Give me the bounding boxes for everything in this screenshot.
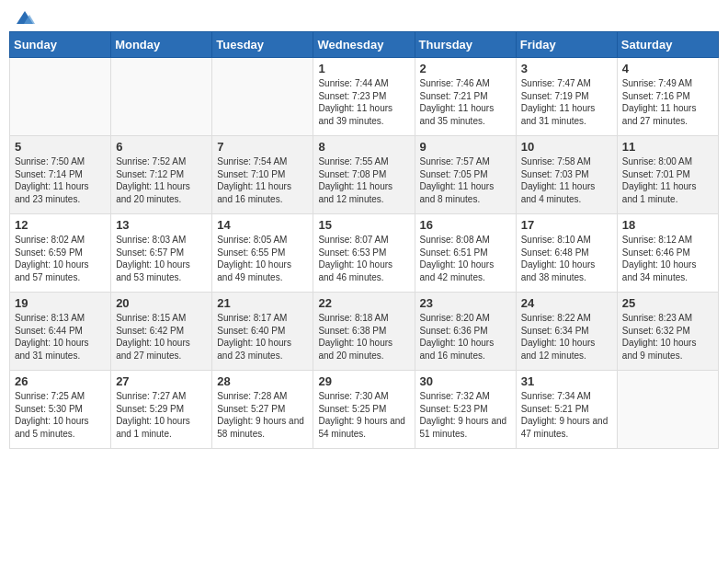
day-info: Sunrise: 8:23 AM Sunset: 6:32 PM Dayligh… (622, 312, 713, 362)
day-number: 24 (521, 296, 612, 310)
day-info: Sunrise: 7:32 AM Sunset: 5:23 PM Dayligh… (420, 390, 511, 440)
day-number: 4 (622, 62, 713, 75)
day-number: 19 (15, 296, 106, 310)
day-number: 8 (318, 140, 409, 154)
calendar-day-cell: 16Sunrise: 8:08 AM Sunset: 6:51 PM Dayli… (415, 214, 516, 293)
weekday-header: Saturday (617, 32, 718, 58)
calendar-day-cell: 18Sunrise: 8:12 AM Sunset: 6:46 PM Dayli… (617, 214, 718, 293)
calendar-week-row: 1Sunrise: 7:44 AM Sunset: 7:23 PM Daylig… (10, 58, 719, 136)
calendar-day-cell: 8Sunrise: 7:55 AM Sunset: 7:08 PM Daylig… (313, 136, 415, 214)
logo-icon (15, 7, 35, 28)
day-info: Sunrise: 8:05 AM Sunset: 6:55 PM Dayligh… (217, 234, 308, 283)
day-number: 27 (116, 374, 207, 388)
calendar-day-cell: 13Sunrise: 8:03 AM Sunset: 6:57 PM Dayli… (111, 214, 212, 293)
calendar-day-cell: 6Sunrise: 7:52 AM Sunset: 7:12 PM Daylig… (111, 136, 212, 214)
calendar-day-cell: 29Sunrise: 7:30 AM Sunset: 5:25 PM Dayli… (313, 371, 415, 449)
day-number: 9 (420, 140, 511, 154)
day-number: 30 (420, 374, 511, 388)
day-number: 13 (116, 218, 207, 232)
day-info: Sunrise: 8:03 AM Sunset: 6:57 PM Dayligh… (116, 234, 207, 283)
weekday-header: Friday (516, 32, 617, 58)
calendar-day-cell: 10Sunrise: 7:58 AM Sunset: 7:03 PM Dayli… (516, 136, 617, 214)
day-info: Sunrise: 8:08 AM Sunset: 6:51 PM Dayligh… (420, 234, 511, 283)
day-number: 14 (217, 218, 308, 232)
day-number: 26 (15, 374, 106, 388)
calendar-day-cell: 19Sunrise: 8:13 AM Sunset: 6:44 PM Dayli… (10, 293, 111, 371)
calendar-day-cell (111, 58, 212, 136)
day-info: Sunrise: 7:46 AM Sunset: 7:21 PM Dayligh… (420, 77, 511, 127)
day-info: Sunrise: 7:28 AM Sunset: 5:27 PM Dayligh… (217, 390, 308, 440)
day-number: 22 (318, 296, 409, 310)
day-info: Sunrise: 7:52 AM Sunset: 7:12 PM Dayligh… (116, 155, 207, 205)
calendar-day-cell: 4Sunrise: 7:49 AM Sunset: 7:16 PM Daylig… (617, 58, 718, 136)
calendar-day-cell: 14Sunrise: 8:05 AM Sunset: 6:55 PM Dayli… (212, 214, 313, 293)
day-number: 17 (521, 218, 612, 232)
day-info: Sunrise: 7:34 AM Sunset: 5:21 PM Dayligh… (521, 390, 612, 440)
day-info: Sunrise: 8:18 AM Sunset: 6:38 PM Dayligh… (318, 312, 409, 362)
day-number: 10 (521, 140, 612, 154)
calendar-week-row: 12Sunrise: 8:02 AM Sunset: 6:59 PM Dayli… (10, 214, 719, 293)
day-number: 6 (116, 140, 207, 154)
day-number: 28 (217, 374, 308, 388)
logo (13, 9, 35, 24)
calendar-week-row: 5Sunrise: 7:50 AM Sunset: 7:14 PM Daylig… (10, 136, 719, 214)
day-info: Sunrise: 7:49 AM Sunset: 7:16 PM Dayligh… (622, 77, 713, 127)
day-number: 21 (217, 296, 308, 310)
day-info: Sunrise: 7:55 AM Sunset: 7:08 PM Dayligh… (318, 155, 409, 205)
day-info: Sunrise: 8:10 AM Sunset: 6:48 PM Dayligh… (521, 234, 612, 283)
calendar-day-cell: 23Sunrise: 8:20 AM Sunset: 6:36 PM Dayli… (415, 293, 516, 371)
calendar-day-cell: 17Sunrise: 8:10 AM Sunset: 6:48 PM Dayli… (516, 214, 617, 293)
day-number: 3 (521, 62, 612, 75)
day-info: Sunrise: 7:27 AM Sunset: 5:29 PM Dayligh… (116, 390, 207, 440)
day-info: Sunrise: 7:30 AM Sunset: 5:25 PM Dayligh… (318, 390, 409, 440)
calendar-day-cell: 22Sunrise: 8:18 AM Sunset: 6:38 PM Dayli… (313, 293, 415, 371)
day-info: Sunrise: 8:17 AM Sunset: 6:40 PM Dayligh… (217, 312, 308, 362)
calendar-day-cell: 25Sunrise: 8:23 AM Sunset: 6:32 PM Dayli… (617, 293, 718, 371)
calendar-day-cell (617, 371, 718, 449)
day-info: Sunrise: 7:57 AM Sunset: 7:05 PM Dayligh… (420, 155, 511, 205)
calendar-day-cell: 26Sunrise: 7:25 AM Sunset: 5:30 PM Dayli… (10, 371, 111, 449)
day-number: 11 (622, 140, 713, 154)
day-info: Sunrise: 7:54 AM Sunset: 7:10 PM Dayligh… (217, 155, 308, 205)
day-number: 18 (622, 218, 713, 232)
calendar-day-cell: 11Sunrise: 8:00 AM Sunset: 7:01 PM Dayli… (617, 136, 718, 214)
calendar-day-cell: 2Sunrise: 7:46 AM Sunset: 7:21 PM Daylig… (415, 58, 516, 136)
day-info: Sunrise: 7:44 AM Sunset: 7:23 PM Dayligh… (318, 77, 409, 127)
day-info: Sunrise: 8:20 AM Sunset: 6:36 PM Dayligh… (420, 312, 511, 362)
day-number: 20 (116, 296, 207, 310)
day-number: 1 (318, 62, 409, 75)
calendar-day-cell: 31Sunrise: 7:34 AM Sunset: 5:21 PM Dayli… (516, 371, 617, 449)
day-info: Sunrise: 7:47 AM Sunset: 7:19 PM Dayligh… (521, 77, 612, 127)
day-info: Sunrise: 8:15 AM Sunset: 6:42 PM Dayligh… (116, 312, 207, 362)
calendar-week-row: 19Sunrise: 8:13 AM Sunset: 6:44 PM Dayli… (10, 293, 719, 371)
day-info: Sunrise: 8:13 AM Sunset: 6:44 PM Dayligh… (15, 312, 106, 362)
calendar-day-cell: 1Sunrise: 7:44 AM Sunset: 7:23 PM Daylig… (313, 58, 415, 136)
weekday-header: Monday (111, 32, 212, 58)
day-number: 7 (217, 140, 308, 154)
day-number: 5 (15, 140, 106, 154)
calendar-day-cell: 12Sunrise: 8:02 AM Sunset: 6:59 PM Dayli… (10, 214, 111, 293)
calendar-day-cell: 3Sunrise: 7:47 AM Sunset: 7:19 PM Daylig… (516, 58, 617, 136)
day-info: Sunrise: 7:50 AM Sunset: 7:14 PM Dayligh… (15, 155, 106, 205)
calendar-day-cell (10, 58, 111, 136)
calendar-day-cell: 27Sunrise: 7:27 AM Sunset: 5:29 PM Dayli… (111, 371, 212, 449)
day-number: 16 (420, 218, 511, 232)
calendar-week-row: 26Sunrise: 7:25 AM Sunset: 5:30 PM Dayli… (10, 371, 719, 449)
calendar-day-cell: 30Sunrise: 7:32 AM Sunset: 5:23 PM Dayli… (415, 371, 516, 449)
calendar-day-cell: 24Sunrise: 8:22 AM Sunset: 6:34 PM Dayli… (516, 293, 617, 371)
day-number: 29 (318, 374, 409, 388)
day-info: Sunrise: 8:00 AM Sunset: 7:01 PM Dayligh… (622, 155, 713, 205)
weekday-header: Thursday (415, 32, 516, 58)
day-info: Sunrise: 8:12 AM Sunset: 6:46 PM Dayligh… (622, 234, 713, 283)
day-number: 2 (420, 62, 511, 75)
day-number: 25 (622, 296, 713, 310)
day-info: Sunrise: 8:07 AM Sunset: 6:53 PM Dayligh… (318, 234, 409, 283)
day-number: 31 (521, 374, 612, 388)
day-info: Sunrise: 8:02 AM Sunset: 6:59 PM Dayligh… (15, 234, 106, 283)
day-info: Sunrise: 8:22 AM Sunset: 6:34 PM Dayligh… (521, 312, 612, 362)
calendar-day-cell: 9Sunrise: 7:57 AM Sunset: 7:05 PM Daylig… (415, 136, 516, 214)
weekday-header: Tuesday (212, 32, 313, 58)
day-number: 12 (15, 218, 106, 232)
calendar-day-cell: 5Sunrise: 7:50 AM Sunset: 7:14 PM Daylig… (10, 136, 111, 214)
day-info: Sunrise: 7:58 AM Sunset: 7:03 PM Dayligh… (521, 155, 612, 205)
